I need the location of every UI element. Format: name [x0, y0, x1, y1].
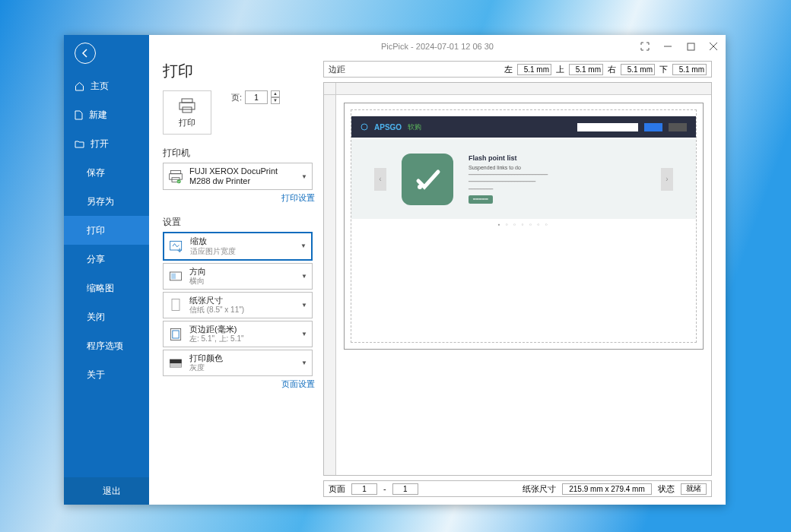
status-page-label: 页面 [329, 483, 345, 495]
size-title: 纸张尺寸 [189, 296, 295, 306]
status-state-label: 状态 [658, 483, 675, 495]
nav-exit[interactable]: 退出 [64, 477, 149, 505]
page-settings-link[interactable]: 页面设置 [163, 378, 315, 390]
nav-share[interactable]: 分享 [64, 245, 149, 274]
settings-section-label: 设置 [163, 216, 315, 229]
pages-down[interactable]: ▼ [271, 97, 280, 104]
zoom-dropdown[interactable]: 缩放适应图片宽度 ▼ [163, 232, 313, 260]
color-sub: 灰度 [189, 363, 295, 372]
close-icon[interactable] [707, 40, 720, 52]
titlebar: PicPick - 2024-07-01 12 06 30 [149, 35, 726, 58]
page-canvas: APSGO 软购 ‹ Flash point [344, 103, 704, 350]
arrow-right-icon: › [661, 168, 673, 191]
nav-label: 另存为 [87, 195, 114, 208]
fullscreen-icon[interactable] [639, 40, 651, 52]
left-label: 左 [504, 64, 513, 75]
nav-label: 保存 [87, 166, 105, 179]
mock-title: Flash point list [469, 154, 646, 163]
pages-input[interactable] [245, 90, 268, 104]
nav-home[interactable]: 主页 [64, 71, 149, 100]
nav-label: 关闭 [87, 311, 105, 324]
nav-about[interactable]: 关于 [64, 360, 149, 389]
nav-close[interactable]: 关闭 [64, 302, 149, 331]
nav-save[interactable]: 保存 [64, 158, 149, 187]
svg-rect-12 [172, 299, 179, 311]
mock-app-icon [402, 154, 453, 205]
nav-label: 缩略图 [87, 282, 114, 295]
nav-label: 关于 [87, 369, 105, 382]
pages-label: 页: [231, 92, 242, 103]
nav-label: 退出 [103, 485, 121, 498]
nav-saveas[interactable]: 另存为 [64, 187, 149, 216]
mock-btn1 [644, 123, 662, 131]
svg-rect-11 [171, 274, 176, 280]
nav-new[interactable]: 新建 [64, 100, 149, 129]
grayscale-icon [168, 356, 183, 371]
papersize-dropdown[interactable]: 纸张尺寸信纸 (8.5" x 11") ▼ [163, 292, 313, 318]
printer-settings-link[interactable]: 打印设置 [163, 192, 315, 204]
orientation-icon [168, 268, 183, 283]
mock-sub: Suspended links to do [469, 164, 646, 171]
minimize-icon[interactable] [662, 40, 674, 52]
chevron-down-icon: ▼ [301, 359, 307, 366]
mock-search [577, 123, 638, 131]
logo-icon [361, 123, 368, 131]
nav-label: 打开 [91, 138, 109, 150]
pages-up[interactable]: ▲ [271, 90, 280, 97]
margins-label: 边距 [329, 64, 345, 75]
orient-title: 方向 [189, 267, 295, 277]
svg-point-19 [418, 185, 422, 189]
orientation-dropdown[interactable]: 方向横向 ▼ [163, 263, 313, 290]
state-display [681, 483, 707, 495]
chevron-down-icon: ▼ [300, 242, 307, 249]
margin-top-input[interactable] [569, 64, 603, 75]
nav-options[interactable]: 程序选项 [64, 331, 149, 360]
back-button[interactable] [75, 43, 96, 64]
nav-label: 程序选项 [87, 340, 123, 353]
chevron-down-icon: ▼ [301, 331, 307, 337]
page-content: APSGO 软购 ‹ Flash point [351, 109, 697, 343]
color-title: 打印颜色 [189, 353, 295, 363]
nav-open[interactable]: 打开 [64, 129, 149, 158]
page-to-input[interactable] [392, 483, 418, 495]
file-icon [75, 110, 83, 120]
margin-dropdown[interactable]: 页边距(毫米)左: 5.1", 上: 5.1" ▼ [163, 321, 313, 347]
margin-left-input[interactable] [517, 64, 551, 75]
color-dropdown[interactable]: 打印颜色灰度 ▼ [163, 350, 313, 376]
pages-row: 页: ▲ ▼ [231, 90, 280, 104]
svg-rect-2 [182, 99, 192, 103]
svg-point-18 [361, 124, 367, 130]
svg-rect-6 [170, 174, 183, 180]
nav-label: 新建 [89, 109, 107, 122]
svg-rect-17 [170, 363, 182, 367]
zoom-title: 缩放 [190, 236, 294, 246]
sidebar: 主页 新建 打开 保存 另存为 打印 分享 缩略图 关闭 程序选项 关于 退出 [64, 35, 149, 505]
maximize-icon[interactable] [685, 40, 697, 52]
ruler-horizontal[interactable] [336, 83, 711, 95]
ruler-vertical[interactable] [324, 95, 336, 475]
mock-logo: APSGO [374, 123, 402, 131]
print-button[interactable]: 打印 [163, 90, 211, 135]
page-from-input[interactable] [351, 483, 377, 495]
margin-sub: 左: 5.1", 上: 5.1" [189, 334, 295, 344]
bottom-label: 下 [659, 64, 668, 75]
svg-rect-16 [170, 359, 182, 363]
printer-section-label: 打印机 [163, 147, 315, 160]
svg-rect-1 [688, 43, 694, 50]
printer-name: FUJI XEROX DocuPrint M288 dw Printer [189, 166, 295, 186]
margins-bar: 边距 左 上 右 下 [323, 61, 712, 78]
arrow-left-icon: ‹ [374, 168, 386, 191]
printer-dropdown[interactable]: FUJI XEROX DocuPrint M288 dw Printer ▼ [163, 163, 313, 190]
margin-right-input[interactable] [621, 64, 655, 75]
page-title: 打印 [163, 61, 315, 81]
zoom-sub: 适应图片宽度 [190, 247, 294, 256]
margin-bottom-input[interactable] [672, 64, 707, 75]
printer-icon [168, 169, 183, 184]
preview-area: APSGO 软购 ‹ Flash point [323, 82, 712, 476]
size-sub: 信纸 (8.5" x 11") [189, 306, 295, 315]
nav-thumb[interactable]: 缩略图 [64, 274, 149, 302]
svg-rect-3 [179, 103, 195, 109]
svg-rect-14 [173, 331, 179, 338]
nav-print[interactable]: 打印 [64, 216, 149, 245]
print-button-label: 打印 [179, 117, 195, 128]
